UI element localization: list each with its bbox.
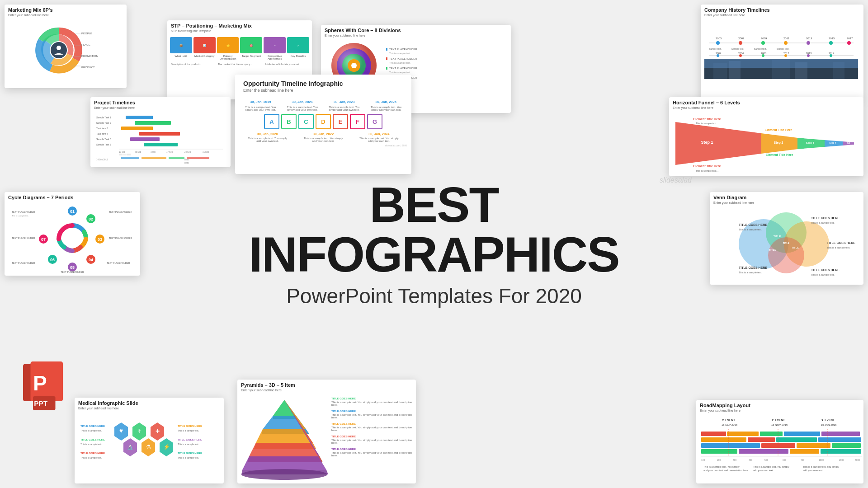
svg-rect-191 (701, 432, 726, 436)
svg-text:3 Oct: 3 Oct (151, 151, 156, 153)
card-project[interactable]: Project Timelines Enter your subhead lin… (90, 97, 231, 167)
svg-text:03: 03 (98, 237, 102, 242)
svg-text:TITLE GOES HERE: TITLE GOES HERE (811, 268, 840, 272)
svg-rect-198 (776, 437, 817, 442)
medical-title: Medical Infographic Slide (75, 398, 224, 407)
cycle-content: 01 02 03 04 05 06 07 TEXT PLACEHOLDER Th… (5, 201, 140, 276)
svg-rect-65 (126, 116, 153, 119)
card-pyramids[interactable]: Pyramids – 3D – 5 Item Enter your subhea… (237, 380, 416, 483)
svg-point-26 (761, 41, 765, 45)
roadmap-subtitle: Enter your subhead line here (696, 409, 863, 414)
svg-text:2008: 2008 (761, 52, 766, 55)
svg-text:add your own text and presenta: add your own text and presentation here. (703, 469, 749, 472)
card-cycle[interactable]: Cycle Diagrams – 7 Periods (5, 192, 140, 276)
svg-text:TITLE: TITLE (774, 235, 781, 238)
svg-text:This is a sample text.: This is a sample text. (739, 228, 762, 231)
svg-text:This is a sample text.: This is a sample text. (80, 443, 102, 446)
svg-text:2017: 2017 (847, 37, 853, 40)
svg-text:TEXT PLACEHOLDER: TEXT PLACEHOLDER (109, 211, 132, 213)
card-company[interactable]: Company History Timelines Enter your sub… (701, 5, 863, 99)
svg-text:Sample Task 1: Sample Task 1 (96, 116, 111, 119)
svg-text:06: 06 (50, 258, 55, 262)
svg-text:TITLE GOES HERE: TITLE GOES HERE (80, 425, 105, 427)
svg-rect-83 (119, 154, 123, 155)
svg-text:Task Item 3: Task Item 3 (96, 127, 108, 130)
svg-text:This is sample text...: This is sample text... (696, 122, 719, 125)
svg-point-63 (830, 54, 832, 57)
card-opportunity[interactable]: Opportunity Timeline Infographic Enter t… (235, 75, 411, 174)
svg-point-24 (716, 41, 720, 45)
svg-text:3000: 3000 (855, 459, 860, 461)
svg-text:TITLE GOES HERE: TITLE GOES HERE (739, 223, 767, 226)
svg-rect-205 (739, 449, 788, 454)
svg-marker-93 (675, 122, 761, 165)
svg-text:⚡: ⚡ (163, 443, 170, 450)
venn-subtitle: Enter your subhead line here (710, 201, 863, 206)
svg-point-28 (807, 41, 810, 45)
svg-text:This is a sample text.: This is a sample text. (80, 456, 102, 459)
funnel-content: Step 1 Step 2 Step 3 Step 4 S5 Element T… (669, 111, 863, 176)
svg-rect-200 (701, 443, 760, 448)
svg-text:P: P (33, 371, 47, 395)
svg-rect-206 (790, 449, 819, 454)
letter-boxes: A B C D E F G (240, 114, 407, 129)
svg-text:Step 4: Step 4 (829, 141, 836, 144)
spheres-subtitle: Enter your subhead line here (321, 34, 511, 39)
svg-point-30 (847, 41, 851, 45)
svg-rect-207 (821, 449, 861, 454)
svg-text:2007: 2007 (738, 37, 745, 40)
company-title: Company History Timelines (701, 5, 863, 14)
svg-text:This is a sample text.: This is a sample text. (178, 429, 199, 432)
svg-text:add your own text.: add your own text. (803, 469, 823, 472)
stp-title: STP – Positioning – Marketing Mix (167, 20, 312, 29)
svg-text:2013: 2013 (806, 52, 811, 55)
svg-text:This is a sample text.: This is a sample text. (80, 429, 102, 432)
powerpoint-icon: P PPT (18, 361, 68, 411)
svg-point-184 (241, 469, 327, 480)
svg-text:2005: 2005 (716, 37, 722, 40)
svg-marker-174 (273, 400, 296, 416)
svg-text:Data: Data (184, 159, 189, 161)
pyramid-labels: TITLE GOES HERE This is a sample text. Y… (330, 395, 414, 483)
card-marketing-mix[interactable]: Marketing Mix 6P's Enter your subhead li… (5, 5, 127, 88)
project-subtitle: Enter your subhead line here (90, 106, 231, 111)
svg-text:1000: 1000 (819, 459, 824, 461)
roadmap-content: ▼ EVENT 15 SEP 2016 ▼ EVENT 15 NOV 2016 … (696, 414, 863, 483)
svg-rect-202 (797, 443, 830, 448)
card-funnel[interactable]: Horizontal Funnel – 6 Levels Enter your … (669, 97, 863, 176)
svg-text:Step 2: Step 2 (774, 141, 783, 145)
svg-text:TITLE GOES HERE: TITLE GOES HERE (811, 216, 840, 220)
card-venn[interactable]: Venn Diagram Enter your subhead line her… (710, 192, 863, 285)
svg-text:PRODUCT: PRODUCT (81, 66, 95, 69)
svg-text:15 SEP 2016: 15 SEP 2016 (722, 423, 738, 426)
svg-rect-89 (187, 157, 209, 159)
svg-text:Step 1: Step 1 (701, 140, 713, 145)
svg-text:TITLE GOES HERE: TITLE GOES HERE (178, 425, 202, 427)
svg-text:Sample Task 5: Sample Task 5 (96, 138, 111, 141)
svg-rect-201 (761, 443, 795, 448)
marketing-mix-chart: PEOPLE PLACE PROMOTION PRODUCT (5, 19, 127, 82)
svg-text:200: 200 (717, 459, 721, 461)
svg-text:07: 07 (41, 237, 46, 242)
svg-text:Sample text.: Sample text. (731, 47, 744, 50)
svg-text:TITLE GOES HERE: TITLE GOES HERE (178, 452, 202, 455)
svg-text:This is a sample text. You sim: This is a sample text. You simply (803, 465, 839, 468)
pyramids-subtitle: Enter your subhead line here (237, 389, 416, 394)
svg-text:24 Sep: 24 Sep (184, 151, 191, 153)
main-title: BEST INFOGRAPHICS (217, 180, 651, 279)
venn-content: TITLE GOES HERE This is a sample text. T… (710, 206, 863, 284)
svg-text:TEXT PLACEHOLDER: TEXT PLACEHOLDER (61, 271, 84, 273)
svg-rect-195 (821, 432, 860, 436)
card-medical[interactable]: Medical Infographic Slide Enter your sub… (75, 398, 224, 483)
funnel-subtitle: Enter your subhead line here (669, 106, 863, 111)
svg-text:Data: Data (184, 162, 189, 164)
opportunity-header: Opportunity Timeline Infographic Enter t… (235, 75, 411, 97)
cycle-title: Cycle Diagrams – 7 Periods (5, 192, 140, 201)
svg-text:TEXT PLACEHOLDER: TEXT PLACEHOLDER (12, 237, 35, 239)
svg-text:100: 100 (701, 459, 705, 461)
card-roadmap[interactable]: RoadMapping Layout Enter your subhead li… (696, 400, 863, 483)
svg-point-27 (784, 41, 788, 45)
svg-text:This is a sample text.: This is a sample text. (827, 246, 850, 249)
svg-point-29 (829, 41, 833, 45)
svg-text:⚗: ⚗ (146, 444, 151, 450)
